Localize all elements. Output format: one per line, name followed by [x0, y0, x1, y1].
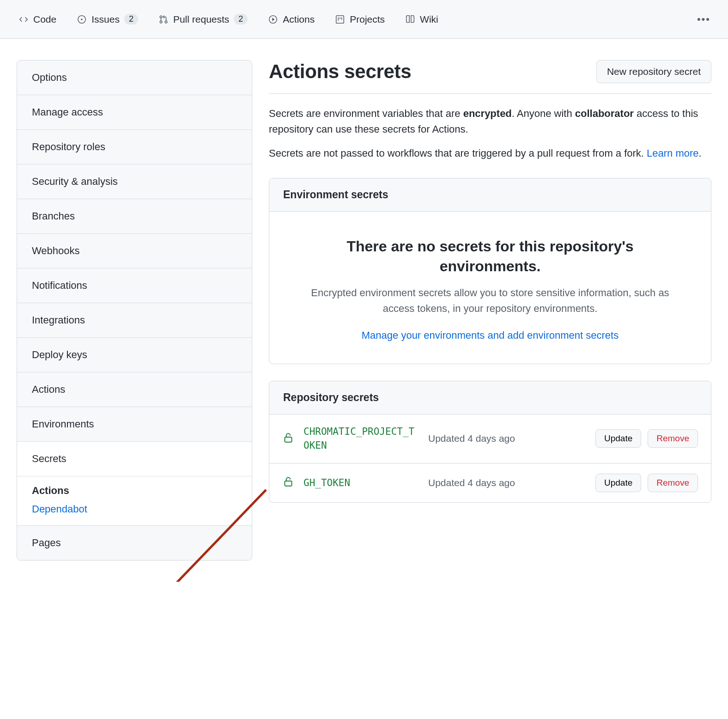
- repo-nav: Code Issues 2 Pull requests 2 Actions Pr…: [0, 0, 728, 39]
- manage-environments-link[interactable]: Manage your environments and add environ…: [362, 329, 619, 341]
- lock-icon: [282, 432, 294, 446]
- sidebar-item-manage-access[interactable]: Manage access: [17, 95, 252, 130]
- project-icon: [335, 14, 345, 24]
- issues-count: 2: [124, 14, 138, 24]
- sidebar-item-integrations[interactable]: Integrations: [17, 303, 252, 338]
- svg-point-1: [81, 18, 83, 20]
- sidebar-item-options[interactable]: Options: [17, 61, 252, 95]
- secret-name: GH_TOKEN: [303, 476, 419, 490]
- update-secret-button[interactable]: Update: [595, 474, 641, 492]
- tab-pull-requests[interactable]: Pull requests 2: [151, 8, 255, 30]
- repo-panel-heading: Repository secrets: [269, 381, 711, 414]
- blankslate-title: There are no secrets for this repository…: [297, 237, 683, 276]
- issue-icon: [77, 14, 87, 24]
- new-secret-button[interactable]: New repository secret: [596, 60, 711, 83]
- repository-secrets-panel: Repository secrets CHROMATIC_PROJECT_TOK…: [269, 381, 711, 503]
- secret-name: CHROMATIC_PROJECT_TOKEN: [303, 425, 419, 453]
- update-secret-button[interactable]: Update: [595, 429, 641, 448]
- environment-secrets-panel: Environment secrets There are no secrets…: [269, 178, 711, 364]
- env-panel-heading: Environment secrets: [269, 178, 711, 212]
- secret-updated: Updated 4 days ago: [428, 476, 586, 490]
- svg-point-4: [165, 21, 167, 23]
- sidebar-item-pages[interactable]: Pages: [17, 526, 252, 560]
- sidebar-item-environments[interactable]: Environments: [17, 407, 252, 442]
- book-icon: [405, 14, 415, 24]
- tab-label: Projects: [350, 14, 385, 25]
- tab-projects[interactable]: Projects: [328, 8, 392, 30]
- sidebar-item-webhooks[interactable]: Webhooks: [17, 234, 252, 268]
- sidebar-item-branches[interactable]: Branches: [17, 199, 252, 234]
- svg-rect-7: [336, 15, 344, 23]
- remove-secret-button[interactable]: Remove: [648, 429, 698, 448]
- svg-point-3: [160, 21, 162, 23]
- secret-updated: Updated 4 days ago: [428, 432, 586, 445]
- blankslate-description: Encrypted environment secrets allow you …: [297, 285, 683, 317]
- tab-label: Pull requests: [173, 14, 229, 25]
- svg-marker-6: [273, 18, 275, 21]
- main-content: Actions secrets New repository secret Se…: [269, 60, 711, 561]
- sidebar-item-repository-roles[interactable]: Repository roles: [17, 130, 252, 165]
- svg-rect-14: [285, 481, 291, 486]
- tab-label: Wiki: [420, 14, 438, 25]
- lock-icon: [282, 475, 294, 490]
- sidebar-item-secrets[interactable]: Secrets: [17, 442, 252, 476]
- env-blankslate: There are no secrets for this repository…: [269, 212, 711, 364]
- more-menu[interactable]: •••: [691, 10, 717, 29]
- svg-point-2: [160, 16, 162, 18]
- remove-secret-button[interactable]: Remove: [648, 474, 698, 492]
- tab-actions[interactable]: Actions: [261, 8, 322, 30]
- sidebar-sub-dependabot[interactable]: Dependabot: [32, 503, 237, 515]
- tab-wiki[interactable]: Wiki: [398, 8, 446, 30]
- svg-rect-13: [285, 437, 291, 442]
- tab-code[interactable]: Code: [11, 8, 64, 30]
- tab-label: Actions: [283, 14, 315, 25]
- sidebar-item-security-analysis[interactable]: Security & analysis: [17, 165, 252, 199]
- sidebar-item-notifications[interactable]: Notifications: [17, 268, 252, 303]
- tab-label: Code: [33, 14, 56, 25]
- sidebar-item-deploy-keys[interactable]: Deploy keys: [17, 338, 252, 372]
- code-icon: [18, 14, 29, 24]
- learn-more-link[interactable]: Learn more: [647, 147, 699, 159]
- secret-row: GH_TOKEN Updated 4 days ago Update Remov…: [269, 463, 711, 502]
- tab-issues[interactable]: Issues 2: [69, 8, 146, 30]
- pr-count: 2: [234, 14, 248, 24]
- sidebar-item-actions[interactable]: Actions: [17, 372, 252, 407]
- description-line-2: Secrets are not passed to workflows that…: [269, 146, 711, 161]
- settings-sidebar: Options Manage access Repository roles S…: [17, 60, 252, 561]
- page-title: Actions secrets: [269, 61, 411, 83]
- play-icon: [268, 14, 278, 24]
- tab-label: Issues: [91, 14, 120, 25]
- description-line-1: Secrets are environment variables that a…: [269, 106, 711, 137]
- sidebar-secrets-subsection: Actions Dependabot: [17, 476, 252, 526]
- secret-row: CHROMATIC_PROJECT_TOKEN Updated 4 days a…: [269, 414, 711, 463]
- pull-request-icon: [158, 14, 169, 24]
- sidebar-sub-heading: Actions: [32, 485, 237, 497]
